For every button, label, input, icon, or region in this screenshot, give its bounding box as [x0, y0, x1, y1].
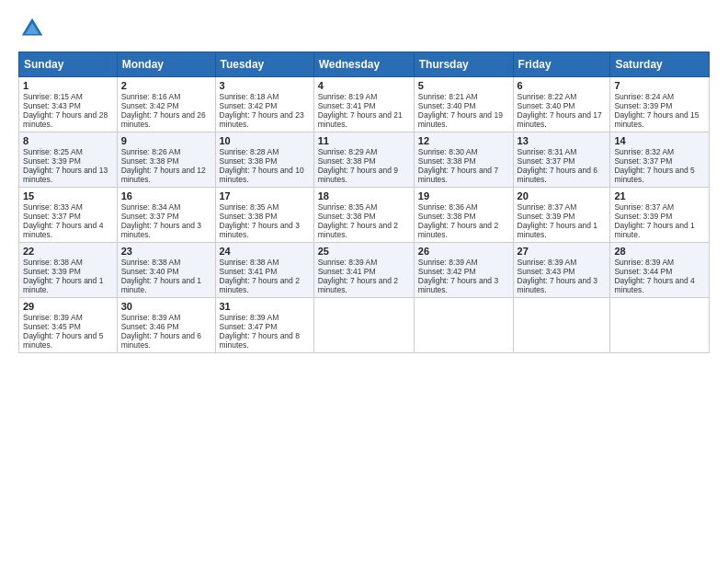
calendar-week-row: 8 Sunrise: 8:25 AM Sunset: 3:39 PM Dayli…: [19, 132, 710, 188]
sunset: Sunset: 3:45 PM: [23, 322, 81, 331]
sunrise: Sunrise: 8:25 AM: [23, 147, 83, 156]
calendar-week-row: 29 Sunrise: 8:39 AM Sunset: 3:45 PM Dayl…: [19, 298, 710, 353]
calendar-cell: 7 Sunrise: 8:24 AM Sunset: 3:39 PM Dayli…: [610, 77, 710, 132]
day-number: 28: [614, 246, 705, 257]
calendar-cell: 4 Sunrise: 8:19 AM Sunset: 3:41 PM Dayli…: [313, 77, 414, 132]
col-header-wednesday: Wednesday: [313, 52, 414, 77]
sunrise: Sunrise: 8:32 AM: [614, 147, 674, 156]
calendar-cell: 15 Sunrise: 8:33 AM Sunset: 3:37 PM Dayl…: [19, 188, 118, 243]
day-number: 1: [23, 80, 113, 91]
calendar-cell: 10 Sunrise: 8:28 AM Sunset: 3:38 PM Dayl…: [215, 132, 313, 188]
day-number: 19: [418, 190, 509, 201]
day-number: 15: [23, 190, 113, 201]
daylight: Daylight: 7 hours and 1 minute.: [614, 221, 694, 239]
sunrise: Sunrise: 8:28 AM: [220, 147, 279, 156]
page: SundayMondayTuesdayWednesdayThursdayFrid…: [0, 0, 728, 563]
daylight: Daylight: 7 hours and 3 minutes.: [518, 276, 597, 294]
sunrise: Sunrise: 8:39 AM: [220, 313, 279, 322]
sunrise: Sunrise: 8:26 AM: [121, 147, 181, 156]
col-header-friday: Friday: [513, 52, 610, 77]
day-number: 18: [318, 190, 410, 201]
calendar-cell: 1 Sunrise: 8:15 AM Sunset: 3:43 PM Dayli…: [19, 77, 118, 132]
calendar-week-row: 1 Sunrise: 8:15 AM Sunset: 3:43 PM Dayli…: [19, 77, 710, 132]
calendar-header-row: SundayMondayTuesdayWednesdayThursdayFrid…: [19, 52, 710, 77]
sunset: Sunset: 3:38 PM: [220, 212, 278, 221]
sunset: Sunset: 3:39 PM: [23, 267, 81, 276]
sunset: Sunset: 3:38 PM: [318, 212, 376, 221]
calendar-cell: 23 Sunrise: 8:38 AM Sunset: 3:40 PM Dayl…: [117, 243, 215, 298]
sunrise: Sunrise: 8:38 AM: [121, 258, 181, 267]
col-header-saturday: Saturday: [610, 52, 710, 77]
daylight: Daylight: 7 hours and 2 minutes.: [220, 276, 300, 294]
day-number: 21: [614, 190, 705, 201]
sunrise: Sunrise: 8:35 AM: [220, 202, 279, 212]
daylight: Daylight: 7 hours and 9 minutes.: [318, 166, 398, 184]
day-number: 2: [121, 80, 211, 91]
calendar-cell: 8 Sunrise: 8:25 AM Sunset: 3:39 PM Dayli…: [19, 132, 118, 188]
sunset: Sunset: 3:40 PM: [121, 267, 179, 276]
day-number: 9: [121, 135, 211, 146]
sunset: Sunset: 3:40 PM: [518, 101, 575, 110]
daylight: Daylight: 7 hours and 12 minutes.: [121, 166, 206, 184]
calendar-week-row: 15 Sunrise: 8:33 AM Sunset: 3:37 PM Dayl…: [19, 188, 710, 243]
sunset: Sunset: 3:37 PM: [518, 156, 575, 166]
daylight: Daylight: 7 hours and 26 minutes.: [121, 110, 206, 129]
sunrise: Sunrise: 8:39 AM: [518, 258, 577, 267]
day-number: 22: [23, 246, 113, 257]
daylight: Daylight: 7 hours and 1 minutes.: [518, 221, 597, 239]
calendar-cell: 11 Sunrise: 8:29 AM Sunset: 3:38 PM Dayl…: [313, 132, 414, 188]
calendar-cell: 29 Sunrise: 8:39 AM Sunset: 3:45 PM Dayl…: [19, 298, 118, 353]
daylight: Daylight: 7 hours and 4 minutes.: [23, 221, 103, 239]
calendar-cell: 18 Sunrise: 8:35 AM Sunset: 3:38 PM Dayl…: [313, 188, 414, 243]
calendar-week-row: 22 Sunrise: 8:38 AM Sunset: 3:39 PM Dayl…: [19, 243, 710, 298]
daylight: Daylight: 7 hours and 15 minutes.: [614, 110, 699, 129]
calendar-cell: 20 Sunrise: 8:37 AM Sunset: 3:39 PM Dayl…: [513, 188, 610, 243]
calendar-cell: 21 Sunrise: 8:37 AM Sunset: 3:39 PM Dayl…: [610, 188, 710, 243]
sunset: Sunset: 3:42 PM: [418, 267, 476, 276]
daylight: Daylight: 7 hours and 3 minutes.: [220, 221, 300, 239]
sunset: Sunset: 3:43 PM: [23, 101, 81, 110]
sunset: Sunset: 3:39 PM: [614, 101, 672, 110]
sunrise: Sunrise: 8:35 AM: [318, 202, 378, 212]
daylight: Daylight: 7 hours and 5 minutes.: [23, 331, 103, 350]
calendar-cell: 13 Sunrise: 8:31 AM Sunset: 3:37 PM Dayl…: [513, 132, 610, 188]
sunrise: Sunrise: 8:39 AM: [418, 258, 478, 267]
daylight: Daylight: 7 hours and 2 minutes.: [318, 221, 398, 239]
day-number: 29: [23, 301, 113, 312]
daylight: Daylight: 7 hours and 23 minutes.: [220, 110, 304, 129]
daylight: Daylight: 7 hours and 4 minutes.: [614, 276, 694, 294]
logo-icon: [18, 15, 46, 42]
daylight: Daylight: 7 hours and 3 minutes.: [418, 276, 498, 294]
day-number: 20: [518, 190, 607, 201]
col-header-thursday: Thursday: [414, 52, 513, 77]
calendar-cell: 27 Sunrise: 8:39 AM Sunset: 3:43 PM Dayl…: [513, 243, 610, 298]
sunset: Sunset: 3:44 PM: [614, 267, 672, 276]
sunrise: Sunrise: 8:22 AM: [518, 92, 577, 101]
day-number: 7: [614, 80, 705, 91]
day-number: 31: [220, 301, 310, 312]
sunrise: Sunrise: 8:15 AM: [23, 92, 83, 101]
sunset: Sunset: 3:38 PM: [418, 156, 476, 166]
sunrise: Sunrise: 8:31 AM: [518, 147, 577, 156]
sunset: Sunset: 3:39 PM: [23, 156, 81, 166]
calendar-cell: 6 Sunrise: 8:22 AM Sunset: 3:40 PM Dayli…: [513, 77, 610, 132]
sunrise: Sunrise: 8:38 AM: [220, 258, 279, 267]
daylight: Daylight: 7 hours and 1 minute.: [23, 276, 103, 294]
day-number: 16: [121, 190, 211, 201]
sunrise: Sunrise: 8:36 AM: [418, 202, 478, 212]
daylight: Daylight: 7 hours and 3 minutes.: [121, 221, 201, 239]
calendar-cell: 19 Sunrise: 8:36 AM Sunset: 3:38 PM Dayl…: [414, 188, 513, 243]
calendar-cell: [610, 298, 710, 353]
day-number: 11: [318, 135, 410, 146]
sunrise: Sunrise: 8:18 AM: [220, 92, 279, 101]
day-number: 14: [614, 135, 705, 146]
calendar-cell: 28 Sunrise: 8:39 AM Sunset: 3:44 PM Dayl…: [610, 243, 710, 298]
calendar-cell: [313, 298, 414, 353]
col-header-monday: Monday: [117, 52, 215, 77]
logo: [18, 15, 50, 42]
daylight: Daylight: 7 hours and 2 minutes.: [318, 276, 398, 294]
day-number: 8: [23, 135, 113, 146]
day-number: 4: [318, 80, 410, 91]
sunrise: Sunrise: 8:33 AM: [23, 202, 83, 212]
day-number: 24: [220, 246, 310, 257]
